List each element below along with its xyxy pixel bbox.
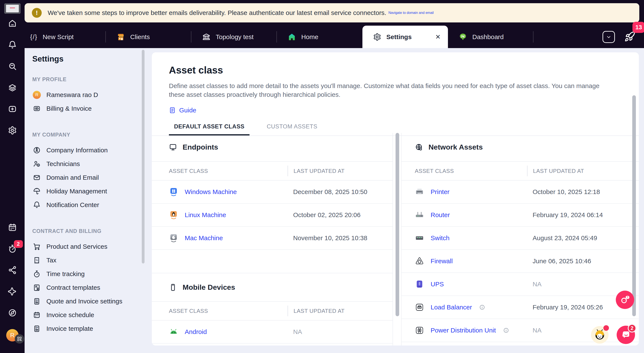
asset-link-power-distribution-unit[interactable]: Power Distribution Unit — [430, 327, 496, 334]
avatar: R — [33, 91, 41, 99]
last-updated-value: October 02, 2025 20:06 — [288, 211, 392, 219]
asset-link-android[interactable]: Android — [185, 328, 207, 336]
tab-label: Clients — [130, 33, 150, 41]
last-updated-value: August 23, 2024 05:49 — [527, 234, 639, 242]
sidebar-item-label: Quote and Invoice settings — [46, 298, 122, 305]
quick-add-icon[interactable] — [7, 104, 18, 114]
close-icon[interactable]: ✕ — [435, 33, 441, 41]
discover-compass-icon[interactable] — [7, 308, 18, 318]
chat-button[interactable]: 2 — [617, 326, 635, 344]
document-icon — [169, 107, 176, 114]
tab-home[interactable]: Home — [277, 26, 362, 48]
company-icon — [33, 146, 41, 154]
table-row: Router February 19, 2024 06:14 — [402, 204, 639, 227]
rocket-updates-icon[interactable] — [624, 31, 636, 43]
sidebar-item-label: Product and Services — [46, 243, 107, 250]
sidebar-item-product-and-services[interactable]: Product and Services — [32, 240, 148, 253]
qr-code-badge[interactable] — [15, 334, 24, 344]
time-tracker-icon[interactable]: 2 — [7, 244, 18, 254]
tab-clients[interactable]: Clients — [106, 26, 191, 48]
asset-link-linux-machine[interactable]: Linux Machine — [185, 211, 226, 219]
mac-icon — [169, 233, 178, 243]
asset-link-router[interactable]: Router — [430, 211, 450, 219]
tax-icon: % — [33, 256, 41, 264]
main-scrollbar[interactable] — [632, 95, 636, 316]
sidebar-item-rameswara-rao-d[interactable]: R Rameswara rao D — [32, 88, 148, 102]
switch-icon — [415, 233, 424, 243]
phone-icon — [169, 283, 177, 292]
sidebar-item-label: Contract templates — [46, 284, 100, 291]
tab-topology-test[interactable]: Topology test — [191, 26, 277, 48]
user-avatar[interactable]: R — [6, 329, 18, 342]
sidebar-section: CONTRACT AND BILLING Product and Service… — [32, 228, 148, 336]
sidebar-item-company-information[interactable]: Company Information — [32, 143, 148, 157]
table-row: Android NA — [152, 321, 392, 344]
banner-link[interactable]: Navigate to domain and email — [388, 11, 434, 15]
invoice-icon: $ — [33, 325, 41, 333]
asset-link-windows-machine[interactable]: Windows Machine — [185, 188, 237, 196]
sidebar-item-domain-and-email[interactable]: Domain and Email — [32, 171, 148, 184]
left-rail: 2 R — [0, 0, 24, 353]
deliverability-banner: ! We've taken some steps to improve bett… — [24, 3, 639, 22]
asset-link-firewall[interactable]: Firewall — [430, 258, 453, 265]
help-bot-button[interactable]: ? — [616, 291, 634, 309]
tab-new-script[interactable]: {/}New Script — [24, 26, 106, 48]
network-assets-column: Network Assets ASSET CLASS LAST UPDATED … — [402, 133, 639, 346]
info-icon[interactable] — [503, 327, 509, 333]
asset-link-printer[interactable]: Printer — [430, 188, 450, 196]
asset-link-load-balancer[interactable]: Load Balancer — [430, 304, 472, 311]
sidebar-item-notification-center[interactable]: Notification Center — [32, 198, 148, 212]
tab-dashboard[interactable]: Dashboard — [448, 26, 534, 48]
sidebar-item-quote-and-invoice-settings[interactable]: $ Quote and Invoice settings — [32, 295, 148, 308]
asset-link-switch[interactable]: Switch — [430, 234, 450, 242]
column-header: LAST UPDATED AT — [527, 166, 639, 176]
sidebar-item-contract-templates[interactable]: Contract templates — [32, 281, 148, 295]
section-title: Endpoints — [182, 143, 218, 151]
sidebar-scrollbar[interactable] — [142, 50, 144, 264]
window-preview-thumbnail[interactable] — [4, 3, 20, 14]
modules-layers-icon[interactable] — [7, 82, 18, 93]
tab-settings[interactable]: Settings ✕ — [362, 26, 448, 48]
notifications-icon[interactable] — [7, 40, 18, 50]
storefront-icon — [116, 33, 125, 41]
section-heading-endpoints: Endpoints — [152, 133, 392, 162]
timer-sm-icon — [33, 270, 41, 278]
search-icon[interactable] — [7, 61, 18, 71]
section-heading-network-assets: Network Assets — [402, 133, 639, 162]
ai-sparkle-icon[interactable] — [7, 286, 18, 297]
sidebar-item-holiday-management[interactable]: Holiday Management — [32, 184, 148, 198]
sidebar-item-invoice-schedule[interactable]: Invoice schedule — [32, 308, 148, 322]
settings-sidebar: Settings MY PROFILE R Rameswara rao D Bi… — [24, 48, 148, 353]
sidebar-item-billing-invoice[interactable]: Billing & Invoice — [32, 102, 148, 115]
tab-label: Settings — [386, 33, 412, 41]
sidebar-item-label: Tax — [46, 257, 56, 264]
avatar-initial: R — [10, 332, 14, 339]
asset-link-mac-machine[interactable]: Mac Machine — [185, 234, 223, 242]
bank-icon — [202, 33, 210, 41]
sidebar-item-technicians[interactable]: $ Technicians — [32, 157, 148, 171]
svg-text:$: $ — [36, 299, 37, 302]
asset-link-ups[interactable]: UPS — [430, 281, 444, 288]
sidebar-item-time-tracking[interactable]: Time tracking — [32, 267, 148, 281]
info-icon[interactable] — [479, 304, 485, 310]
section-title: Mobile Devices — [182, 283, 235, 292]
sidebar-item-label: Invoice schedule — [46, 311, 94, 319]
column-scrollbar[interactable] — [396, 133, 399, 316]
sidebar-item-tax[interactable]: % Tax — [32, 253, 148, 267]
share-network-icon[interactable] — [7, 265, 18, 275]
chevron-down-icon[interactable] — [602, 31, 615, 43]
table-row: Firewall June 06, 2025 10:46 — [402, 250, 639, 273]
sidebar-item-invoice-template[interactable]: $ Invoice template — [32, 322, 148, 336]
guide-link[interactable]: Guide — [169, 107, 622, 114]
tab-label: Dashboard — [472, 33, 504, 41]
bee-assistant-button[interactable] — [591, 326, 608, 344]
chat-count-badge: 2 — [628, 324, 636, 333]
page-title: Asset class — [169, 64, 622, 76]
calendar-icon[interactable] — [7, 222, 18, 233]
settings-icon[interactable] — [7, 125, 18, 135]
home-icon[interactable] — [7, 18, 18, 29]
sidebar-item-label: Invoice template — [46, 325, 93, 332]
sidebar-item-label: Notification Center — [46, 201, 99, 209]
sidebar-item-label: Company Information — [46, 147, 108, 154]
android-icon — [169, 327, 178, 337]
